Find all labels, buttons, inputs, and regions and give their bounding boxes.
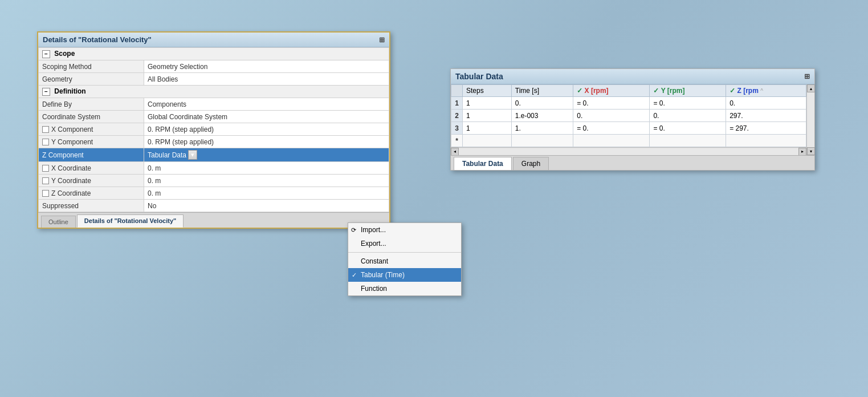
row-2-z[interactable]: 297. — [726, 110, 806, 122]
coord-system-row: Coordinate System Global Coordinate Syst… — [39, 111, 389, 123]
y-coordinate-value[interactable]: 0. m — [144, 175, 389, 187]
coord-system-label: Coordinate System — [39, 111, 144, 123]
x-coordinate-label: X Coordinate — [39, 162, 144, 175]
tabular-content: Steps Time [s] ✓ X [rpm] ✓ Y [rpm] ✓ — [451, 84, 814, 155]
y-component-value[interactable]: 0. RPM (step applied) — [144, 136, 389, 148]
col-header-time: Time [s] — [511, 85, 573, 97]
y-component-checkbox[interactable] — [42, 139, 49, 145]
menu-item-constant[interactable]: Constant — [348, 254, 461, 268]
x-coordinate-checkbox[interactable] — [42, 165, 49, 172]
z-coordinate-value[interactable]: 0. m — [144, 187, 389, 200]
row-1-x[interactable]: = 0. — [573, 97, 650, 110]
define-by-label: Define By — [39, 98, 144, 111]
tabular-bottom-tabs: Tabular Data Graph — [451, 155, 814, 170]
details-table: − Scope Scoping Method Geometry Selectio… — [38, 47, 389, 212]
details-panel-titlebar: Details of "Rotational Velocity" ⊞ — [38, 33, 389, 47]
scroll-up-arrow[interactable]: ▴ — [807, 84, 815, 92]
scroll-left-arrow[interactable]: ◂ — [451, 148, 459, 156]
z-component-row[interactable]: Z Component Tabular Data ▾ — [39, 148, 389, 162]
col-header-rownum — [451, 85, 463, 97]
scroll-down-arrow[interactable]: ▾ — [807, 147, 815, 155]
row-3-y[interactable]: = 0. — [650, 122, 726, 135]
suppressed-row: Suppressed No — [39, 200, 389, 212]
row-num-2: 2 — [451, 110, 463, 122]
coord-system-value[interactable]: Global Coordinate System — [144, 111, 389, 123]
y-component-row: Y Component 0. RPM (step applied) — [39, 136, 389, 148]
z-coordinate-checkbox[interactable] — [42, 190, 49, 197]
import-icon: ⟳ — [351, 226, 356, 234]
row-1-time[interactable]: 0. — [511, 97, 573, 110]
row-1-steps[interactable]: 1 — [463, 97, 512, 110]
z-coordinate-row: Z Coordinate 0. m — [39, 187, 389, 200]
v-scroll-track — [807, 92, 814, 147]
col-header-x: ✓ X [rpm] — [573, 85, 650, 97]
row-3-z[interactable]: = 297. — [726, 122, 806, 135]
tab-details[interactable]: Details of "Rotational Velocity" — [77, 214, 184, 228]
tab-graph[interactable]: Graph — [513, 157, 549, 170]
definition-toggle[interactable]: − — [42, 88, 50, 96]
menu-item-import[interactable]: ⟳ Import... — [348, 223, 461, 237]
define-by-value[interactable]: Components — [144, 98, 389, 111]
suppressed-value[interactable]: No — [144, 200, 389, 212]
row-1-z[interactable]: 0. — [726, 97, 806, 110]
x-coordinate-row: X Coordinate 0. m — [39, 162, 389, 175]
row-3-steps[interactable]: 1 — [463, 122, 512, 135]
details-panel-title: Details of "Rotational Velocity" — [43, 35, 152, 44]
scoping-method-value[interactable]: Geometry Selection — [144, 60, 389, 73]
menu-separator-1 — [348, 252, 461, 253]
scoping-method-label: Scoping Method — [39, 60, 144, 73]
col-header-y: ✓ Y [rpm] — [650, 85, 726, 97]
table-row[interactable]: 1 1 0. = 0. = 0. 0. — [451, 97, 806, 110]
y-coordinate-label: Y Coordinate — [39, 175, 144, 187]
x-component-row: X Component 0. RPM (step applied) — [39, 123, 389, 136]
col-header-steps: Steps — [463, 85, 512, 97]
y-coordinate-row: Y Coordinate 0. m — [39, 175, 389, 187]
menu-item-function[interactable]: Function — [348, 282, 461, 295]
definition-section-header: − Definition — [39, 86, 389, 98]
pin-icon[interactable]: ⊞ — [379, 36, 385, 44]
tabular-titlebar: Tabular Data ⊞ — [451, 69, 814, 84]
y-component-label: Y Component — [39, 136, 144, 148]
tabular-data-table: Steps Time [s] ✓ X [rpm] ✓ Y [rpm] ✓ — [451, 84, 806, 147]
menu-item-tabular-time[interactable]: ✓ Tabular (Time) — [348, 268, 461, 282]
geometry-label: Geometry — [39, 73, 144, 86]
row-2-x[interactable]: 0. — [573, 110, 650, 122]
details-panel: Details of "Rotational Velocity" ⊞ − Sco… — [37, 31, 390, 229]
row-2-time[interactable]: 1.e-003 — [511, 110, 573, 122]
tabular-scroll-area: Steps Time [s] ✓ X [rpm] ✓ Y [rpm] ✓ — [451, 84, 806, 155]
row-2-y[interactable]: 0. — [650, 110, 726, 122]
h-scroll-track[interactable] — [459, 148, 798, 155]
row-num-1: 1 — [451, 97, 463, 110]
define-by-row: Define By Components — [39, 98, 389, 111]
x-component-value[interactable]: 0. RPM (step applied) — [144, 123, 389, 136]
menu-item-export[interactable]: Export... — [348, 237, 461, 250]
x-component-checkbox[interactable] — [42, 126, 49, 133]
suppressed-label: Suppressed — [39, 200, 144, 212]
tabular-title: Tabular Data — [455, 72, 503, 81]
scope-section-header: − Scope — [39, 48, 389, 60]
tab-outline[interactable]: Outline — [41, 216, 76, 228]
table-row[interactable]: 2 1 1.e-003 0. 0. 297. — [451, 110, 806, 122]
scoping-method-row: Scoping Method Geometry Selection — [39, 60, 389, 73]
scope-toggle[interactable]: − — [42, 50, 50, 58]
table-row[interactable]: 3 1 1. = 0. = 0. = 297. — [451, 122, 806, 135]
vertical-scrollbar[interactable]: ▴ ▾ — [806, 84, 814, 155]
horizontal-scrollbar[interactable]: ◂ ▸ — [451, 147, 806, 155]
row-3-x[interactable]: = 0. — [573, 122, 650, 135]
row-2-steps[interactable]: 1 — [463, 110, 512, 122]
y-coordinate-checkbox[interactable] — [42, 177, 49, 184]
tab-tabular-data[interactable]: Tabular Data — [454, 157, 512, 170]
x-coordinate-value[interactable]: 0. m — [144, 162, 389, 175]
scroll-right-arrow[interactable]: ▸ — [798, 148, 806, 156]
tabular-pin-icon[interactable]: ⊞ — [804, 72, 810, 80]
z-coordinate-label: Z Coordinate — [39, 187, 144, 200]
row-1-y[interactable]: = 0. — [650, 97, 726, 110]
definition-label: Definition — [54, 87, 85, 95]
z-component-value[interactable]: Tabular Data ▾ — [144, 148, 389, 162]
z-component-label: Z Component — [39, 148, 144, 162]
tabular-data-dropdown-btn[interactable]: ▾ — [188, 150, 197, 160]
row-3-time[interactable]: 1. — [511, 122, 573, 135]
table-row-empty: * — [451, 135, 806, 147]
x-component-label: X Component — [39, 123, 144, 136]
geometry-value[interactable]: All Bodies — [144, 73, 389, 86]
